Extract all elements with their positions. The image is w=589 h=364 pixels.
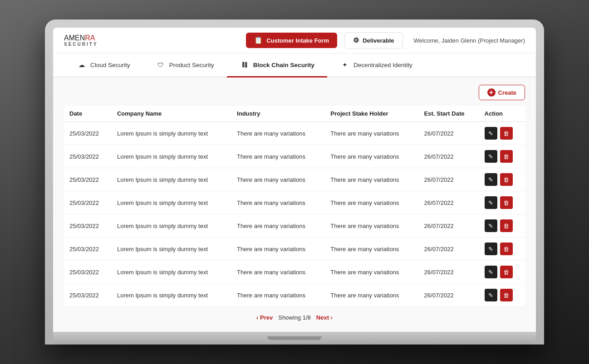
cell-action: ✎ 🗑 <box>479 284 525 307</box>
edit-button[interactable]: ✎ <box>485 127 497 140</box>
cell-company: Lorem Ipsum is simply dummy text <box>112 145 231 168</box>
gear-icon: ⚙ <box>353 36 359 44</box>
cell-action: ✎ 🗑 <box>479 214 525 238</box>
table-body: 25/03/2022 Lorem Ipsum is simply dummy t… <box>64 122 525 307</box>
cell-stakeholder: There are many variations <box>325 122 418 145</box>
table-row: 25/03/2022 Lorem Ipsum is simply dummy t… <box>64 168 525 191</box>
nav-item-product[interactable]: 🛡 Product Security <box>143 53 227 78</box>
cell-date: 25/03/2022 <box>64 145 112 168</box>
cell-eststart: 26/07/2022 <box>419 238 479 261</box>
delete-button[interactable]: 🗑 <box>500 127 513 140</box>
cell-industry: There are many variations <box>231 284 325 307</box>
table-row: 25/03/2022 Lorem Ipsum is simply dummy t… <box>64 214 525 238</box>
table-header: Date Company Name Industry Project Stake… <box>64 106 525 122</box>
delete-button[interactable]: 🗑 <box>500 173 513 186</box>
col-stakeholder: Project Stake Holder <box>325 106 418 122</box>
app-nav: ☁ Cloud Security 🛡 Product Security ⛓ Bl… <box>53 53 536 78</box>
delete-button[interactable]: 🗑 <box>500 243 513 255</box>
col-eststart: Est. Start Date <box>419 106 479 122</box>
app-header: AMENRA SECURITY 📋 Customer Intake Form ⚙… <box>53 28 536 53</box>
nav-item-decentralized[interactable]: ✦ Decentralized Identity <box>327 53 425 78</box>
table-row: 25/03/2022 Lorem Ipsum is simply dummy t… <box>64 145 525 168</box>
nav-item-blockchain[interactable]: ⛓ Block Chain Security <box>227 53 327 78</box>
delete-button[interactable]: 🗑 <box>500 289 513 301</box>
cell-industry: There are many variations <box>231 238 325 261</box>
cell-company: Lorem Ipsum is simply dummy text <box>112 168 231 191</box>
cell-date: 25/03/2022 <box>64 168 112 191</box>
cell-stakeholder: There are many variations <box>325 261 418 284</box>
cell-eststart: 26/07/2022 <box>419 122 479 145</box>
table-row: 25/03/2022 Lorem Ipsum is simply dummy t… <box>64 261 525 284</box>
cell-date: 25/03/2022 <box>64 214 112 238</box>
page-info: Showing 1/8 <box>278 314 311 321</box>
create-row: + Create <box>64 85 525 100</box>
cell-industry: There are many variations <box>231 168 325 191</box>
deliverable-button[interactable]: ⚙ Deliverable <box>344 32 402 49</box>
cell-date: 25/03/2022 <box>64 284 112 307</box>
cell-industry: There are many variations <box>231 145 325 168</box>
cell-company: Lorem Ipsum is simply dummy text <box>112 191 231 214</box>
cell-industry: There are many variations <box>231 122 325 145</box>
cell-action: ✎ 🗑 <box>479 145 525 168</box>
col-company: Company Name <box>112 106 231 122</box>
cell-company: Lorem Ipsum is simply dummy text <box>112 214 231 238</box>
customer-intake-button[interactable]: 📋 Customer Intake Form <box>246 33 337 48</box>
edit-button[interactable]: ✎ <box>485 243 497 255</box>
edit-button[interactable]: ✎ <box>485 196 497 209</box>
edit-button[interactable]: ✎ <box>485 219 497 232</box>
table-row: 25/03/2022 Lorem Ipsum is simply dummy t… <box>64 191 525 214</box>
logo-ra: RA <box>85 34 95 42</box>
delete-button[interactable]: 🗑 <box>500 266 513 278</box>
shield-icon: 🛡 <box>156 60 166 70</box>
plus-icon: + <box>487 88 496 97</box>
network-icon: ✦ <box>340 60 350 70</box>
nav-item-cloud[interactable]: ☁ Cloud Security <box>64 53 143 78</box>
cell-company: Lorem Ipsum is simply dummy text <box>112 238 231 261</box>
cell-action: ✎ 🗑 <box>479 191 525 214</box>
cell-action: ✎ 🗑 <box>479 238 525 261</box>
cell-company: Lorem Ipsum is simply dummy text <box>112 284 231 307</box>
cell-eststart: 26/07/2022 <box>419 214 479 238</box>
delete-button[interactable]: 🗑 <box>500 196 513 209</box>
cell-date: 25/03/2022 <box>64 191 112 214</box>
cell-stakeholder: There are many variations <box>325 284 418 307</box>
form-icon: 📋 <box>254 36 263 44</box>
cell-eststart: 26/07/2022 <box>419 261 479 284</box>
edit-button[interactable]: ✎ <box>485 150 497 163</box>
table-row: 25/03/2022 Lorem Ipsum is simply dummy t… <box>64 238 525 261</box>
cell-eststart: 26/07/2022 <box>419 145 479 168</box>
col-date: Date <box>64 106 112 122</box>
edit-button[interactable]: ✎ <box>485 289 497 301</box>
table-row: 25/03/2022 Lorem Ipsum is simply dummy t… <box>64 122 525 145</box>
welcome-text: Welcome, Jaiden Glenn (Project Manager) <box>414 37 525 44</box>
cell-industry: There are many variations <box>231 261 325 284</box>
delete-button[interactable]: 🗑 <box>500 150 513 163</box>
logo: AMENRA SECURITY <box>64 34 98 47</box>
cell-action: ✎ 🗑 <box>479 261 525 284</box>
cell-stakeholder: There are many variations <box>325 214 418 238</box>
cell-date: 25/03/2022 <box>64 261 112 284</box>
cell-industry: There are many variations <box>231 191 325 214</box>
logo-security: SECURITY <box>64 42 98 47</box>
col-industry: Industry <box>231 106 325 122</box>
create-button[interactable]: + Create <box>479 85 525 100</box>
cell-eststart: 26/07/2022 <box>419 191 479 214</box>
data-table: Date Company Name Industry Project Stake… <box>64 106 525 307</box>
prev-button[interactable]: ‹ Prev <box>256 314 273 321</box>
pagination: ‹ Prev Showing 1/8 Next › <box>64 314 525 321</box>
logo-amen: AMEN <box>64 34 85 42</box>
cell-date: 25/03/2022 <box>64 238 112 261</box>
edit-button[interactable]: ✎ <box>485 266 497 278</box>
cell-eststart: 26/07/2022 <box>419 168 479 191</box>
next-button[interactable]: Next › <box>316 314 333 321</box>
delete-button[interactable]: 🗑 <box>500 219 513 232</box>
cell-stakeholder: There are many variations <box>325 168 418 191</box>
edit-button[interactable]: ✎ <box>485 173 497 186</box>
cell-action: ✎ 🗑 <box>479 168 525 191</box>
table-row: 25/03/2022 Lorem Ipsum is simply dummy t… <box>64 284 525 307</box>
cell-company: Lorem Ipsum is simply dummy text <box>112 122 231 145</box>
cloud-icon: ☁ <box>77 60 87 70</box>
link-icon: ⛓ <box>240 60 250 70</box>
cell-stakeholder: There are many variations <box>325 191 418 214</box>
cell-date: 25/03/2022 <box>64 122 112 145</box>
